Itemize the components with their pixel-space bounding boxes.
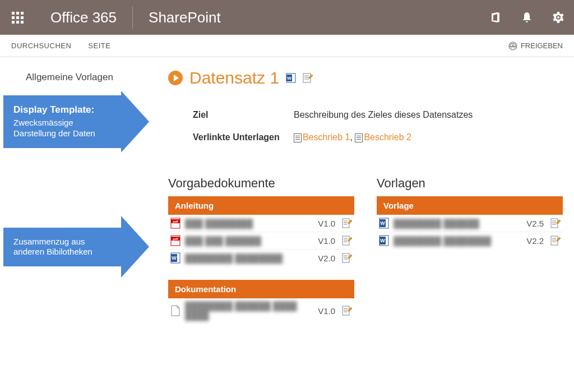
main-content: Allgemeine Vorlagen Display Template: Zw…: [0, 57, 574, 336]
edit-icon[interactable]: [342, 306, 352, 316]
callout-title: Display Template:: [13, 104, 111, 116]
word-file-icon: W: [379, 235, 389, 246]
play-icon[interactable]: [168, 71, 183, 85]
document-row[interactable]: ████████ ██████ ████ ████V1.0: [168, 298, 354, 323]
file-version: V1.0: [318, 219, 335, 228]
ribbon-tab-browse[interactable]: DURCHSUCHEN: [11, 41, 71, 50]
file-version: V1.0: [318, 236, 335, 246]
pdf-file-icon: pdf: [170, 218, 180, 229]
svg-text:W: W: [380, 220, 385, 226]
ribbon-tab-page[interactable]: SEITE: [88, 41, 110, 50]
document-row[interactable]: W████████ ████████V2.0: [168, 250, 354, 266]
ribbon-bar: DURCHSUCHEN SEITE FREIGEBEN: [0, 35, 574, 57]
page-title: Datensatz 1: [189, 68, 279, 87]
svg-text:pdf: pdf: [173, 237, 178, 241]
doc-file-icon: [170, 305, 180, 316]
notifications-icon[interactable]: [511, 0, 543, 35]
word-file-icon: W: [170, 252, 180, 264]
share-button[interactable]: FREIGEBEN: [508, 41, 563, 50]
linked-doc-2[interactable]: Beschrieb 2: [364, 132, 411, 142]
app-label[interactable]: SharePoint: [133, 9, 237, 26]
edit-icon[interactable]: [550, 236, 561, 246]
office-app-icon[interactable]: [480, 0, 511, 35]
group-header: Anleitung: [168, 196, 354, 215]
document-row[interactable]: W████████ ██████V2.5: [377, 215, 563, 232]
document-row[interactable]: pdf███ ███ ██████V1.0: [168, 232, 354, 250]
edit-icon[interactable]: [342, 218, 352, 228]
detail-label: Ziel: [193, 110, 294, 120]
edit-icon[interactable]: [303, 73, 313, 83]
detail-row-ziel: Ziel Beschreibung des Zieles dieses Date…: [193, 110, 563, 120]
edit-icon[interactable]: [550, 218, 561, 228]
group-header: Vorlage: [377, 196, 563, 215]
share-label: FREIGEBEN: [521, 41, 563, 50]
document-row[interactable]: W████████ ████████V2.2: [377, 232, 563, 249]
left-column: Allgemeine Vorlagen Display Template: Zw…: [0, 68, 168, 336]
nav-item-templates[interactable]: Allgemeine Vorlagen: [0, 68, 168, 86]
vorgabedokumente-column: Vorgabedokumente Anleitung pdf███ ██████…: [168, 176, 354, 336]
page-title-row: Datensatz 1 W: [168, 68, 563, 87]
callout-libraries: Zusammenzug aus anderen Bibilotheken: [3, 228, 121, 267]
word-file-icon[interactable]: W: [286, 73, 296, 83]
callout-display-template: Display Template: Zwecksmässige Darstell…: [3, 95, 121, 148]
edit-icon[interactable]: [342, 253, 352, 263]
callout-body: Zusammenzug aus anderen Bibilotheken: [13, 237, 111, 258]
callout-body: Zwecksmässige Darstellung der Daten: [13, 118, 111, 139]
file-version: V2.0: [318, 253, 335, 263]
group-header: Dokumentation: [168, 280, 354, 298]
document-row[interactable]: pdf███ ████████V1.0: [168, 215, 354, 232]
file-version: V2.2: [526, 236, 544, 246]
section-title: Vorlagen: [377, 176, 563, 191]
details-block: Ziel Beschreibung des Zieles dieses Date…: [193, 110, 563, 142]
vorlagen-column: Vorlagen Vorlage W████████ ██████V2.5W██…: [377, 176, 563, 336]
svg-text:W: W: [172, 255, 177, 261]
group-anleitung: Anleitung pdf███ ████████V1.0pdf███ ███ …: [168, 196, 354, 266]
file-name: ███ ███ ██████: [185, 236, 313, 246]
pdf-file-icon: pdf: [170, 235, 180, 246]
svg-text:pdf: pdf: [173, 220, 178, 223]
file-name: ████████ ██████: [394, 219, 522, 228]
detail-value: Beschrieb 1, Beschrieb 2: [294, 132, 563, 142]
file-name: ███ ████████: [185, 219, 313, 228]
brand-label[interactable]: Office 365: [35, 6, 133, 29]
suite-bar: Office 365 SharePoint: [0, 0, 574, 35]
file-name: ████████ ██████ ████ ████: [185, 301, 313, 320]
detail-label: Verlinkte Unterlagen: [193, 132, 294, 142]
group-dokumentation: Dokumentation ████████ ██████ ████ ████V…: [168, 280, 354, 323]
group-vorlage: Vorlage W████████ ██████V2.5W████████ ██…: [377, 196, 563, 249]
document-columns: Vorgabedokumente Anleitung pdf███ ██████…: [168, 176, 563, 336]
detail-value: Beschreibung des Zieles dieses Datensatz…: [294, 110, 563, 120]
edit-icon[interactable]: [342, 236, 352, 246]
file-name: ████████ ████████: [394, 236, 522, 246]
file-version: V1.0: [318, 306, 335, 316]
svg-text:W: W: [287, 76, 291, 81]
document-icon: [355, 133, 363, 142]
share-icon: [508, 41, 517, 50]
settings-icon[interactable]: [543, 0, 574, 35]
word-file-icon: W: [379, 218, 389, 229]
file-name: ████████ ████████: [185, 253, 313, 263]
waffle-icon: [12, 12, 24, 24]
detail-row-links: Verlinkte Unterlagen Beschrieb 1, Beschr…: [193, 132, 563, 142]
document-icon: [294, 133, 302, 142]
file-version: V2.5: [526, 219, 544, 228]
svg-text:W: W: [380, 238, 385, 243]
right-column: Datensatz 1 W Ziel Beschreibung des Ziel…: [168, 68, 574, 336]
linked-doc-1[interactable]: Beschrieb 1: [303, 132, 350, 142]
app-launcher-button[interactable]: [0, 0, 35, 35]
section-title: Vorgabedokumente: [168, 176, 354, 191]
